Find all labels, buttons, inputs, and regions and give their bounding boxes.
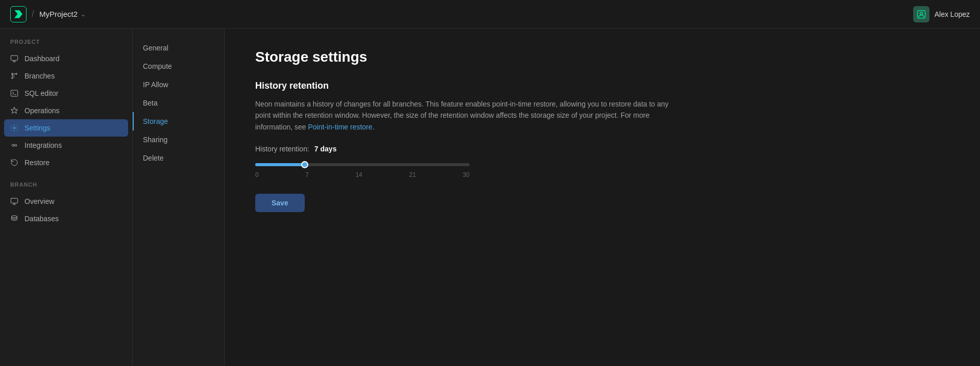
sidebar-label-integrations: Integrations (24, 141, 62, 149)
sidebar-item-settings[interactable]: Settings (4, 119, 128, 137)
settings-icon (10, 124, 18, 132)
slider-label-0: 0 (255, 171, 259, 178)
slider-thumb (301, 161, 308, 168)
sidebar-item-restore[interactable]: Restore (0, 154, 132, 171)
project-name-label: MyProject2 (39, 10, 78, 18)
operations-icon (10, 107, 18, 115)
sql-icon (10, 89, 18, 97)
history-retention-title: History retention (255, 81, 949, 91)
topbar-left: / MyProject2 ⌄ (10, 6, 86, 22)
topbar-right: Alex Lopez (913, 6, 970, 22)
slider-fill (255, 163, 305, 166)
sidebar-label-branches: Branches (24, 72, 55, 80)
sidebar-label-restore: Restore (24, 159, 50, 167)
logo[interactable] (10, 6, 27, 22)
sidebar-label-settings: Settings (24, 124, 51, 132)
sidebar-item-dashboard[interactable]: Dashboard (0, 50, 132, 67)
sidebar: PROJECT Dashboard Branches SQL editor (0, 29, 133, 366)
logo-icon (14, 10, 22, 18)
svg-rect-6 (11, 90, 17, 96)
sub-sidebar: General Compute IP Allow Beta Storage Sh… (133, 29, 225, 366)
avatar (913, 6, 929, 22)
restore-icon (10, 159, 18, 167)
svg-point-1 (920, 12, 922, 14)
sidebar-item-overview[interactable]: Overview (0, 193, 132, 210)
sidebar-section-branch: BRANCH (0, 181, 132, 193)
sidebar-item-operations[interactable]: Operations (0, 102, 132, 119)
sidebar-section-gap (0, 171, 132, 181)
retention-label: History retention: (255, 145, 309, 153)
integrations-icon (10, 141, 18, 149)
svg-point-11 (12, 216, 17, 218)
svg-rect-2 (11, 56, 17, 60)
slider-track (255, 163, 470, 166)
description-text-2: . (373, 123, 375, 131)
sidebar-item-databases[interactable]: Databases (0, 210, 132, 227)
project-selector[interactable]: MyProject2 ⌄ (39, 10, 86, 18)
main-content: Storage settings History retention Neon … (225, 29, 980, 366)
point-in-time-link[interactable]: Point-in-time restore (308, 123, 373, 131)
user-name-label: Alex Lopez (935, 10, 970, 18)
sidebar-label-databases: Databases (24, 215, 59, 223)
branches-icon (10, 72, 18, 80)
sub-item-delete[interactable]: Delete (133, 149, 224, 167)
save-button[interactable]: Save (255, 194, 305, 212)
sub-item-compute[interactable]: Compute (133, 57, 224, 75)
sub-item-sharing[interactable]: Sharing (133, 130, 224, 149)
sub-item-ip-allow[interactable]: IP Allow (133, 75, 224, 94)
svg-point-8 (12, 144, 14, 146)
user-avatar-icon (916, 9, 926, 19)
sidebar-item-integrations[interactable]: Integrations (0, 137, 132, 154)
history-retention-description: Neon maintains a history of changes for … (255, 98, 674, 133)
retention-row: History retention: 7 days (255, 145, 949, 153)
chevron-down-icon: ⌄ (81, 11, 86, 18)
sidebar-item-sql-editor[interactable]: SQL editor (0, 85, 132, 102)
sidebar-item-branches[interactable]: Branches (0, 67, 132, 85)
slider-container: 0 7 14 21 30 (255, 163, 470, 178)
slider-label-7: 7 (305, 171, 309, 178)
overview-icon (10, 197, 18, 205)
slider-label-30: 30 (463, 171, 470, 178)
retention-value: 7 days (314, 145, 337, 153)
databases-icon (10, 215, 18, 223)
svg-point-9 (15, 144, 17, 146)
main-layout: PROJECT Dashboard Branches SQL editor (0, 29, 980, 366)
sub-item-beta[interactable]: Beta (133, 94, 224, 112)
topbar-separator: / (32, 9, 34, 19)
slider-labels: 0 7 14 21 30 (255, 171, 470, 178)
slider-label-21: 21 (409, 171, 416, 178)
sub-item-storage[interactable]: Storage (133, 112, 224, 130)
sidebar-label-overview: Overview (24, 197, 54, 205)
svg-point-7 (13, 127, 15, 129)
sidebar-label-operations: Operations (24, 107, 59, 115)
sidebar-section-project: PROJECT (0, 39, 132, 50)
topbar: / MyProject2 ⌄ Alex Lopez (0, 0, 980, 29)
sub-item-general[interactable]: General (133, 39, 224, 57)
monitor-icon (10, 55, 18, 63)
page-title: Storage settings (255, 49, 949, 65)
sidebar-label-sql-editor: SQL editor (24, 89, 58, 97)
svg-rect-10 (11, 198, 17, 203)
slider-label-14: 14 (356, 171, 362, 178)
sidebar-label-dashboard: Dashboard (24, 55, 60, 63)
